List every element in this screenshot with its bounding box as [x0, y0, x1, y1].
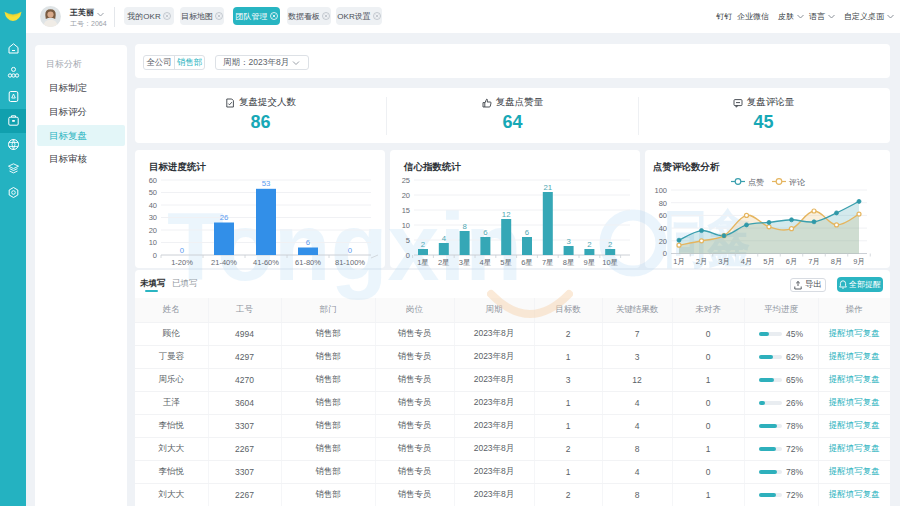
svg-text:8月: 8月	[831, 257, 843, 266]
svg-text:20: 20	[659, 237, 667, 246]
svg-text:60: 60	[659, 211, 667, 220]
svg-text:点赞: 点赞	[748, 178, 764, 187]
svg-text:100: 100	[654, 186, 667, 195]
svg-text:6星: 6星	[521, 258, 533, 267]
svg-text:4月: 4月	[741, 257, 753, 266]
svg-text:40: 40	[149, 201, 157, 210]
svg-text:6月: 6月	[786, 257, 798, 266]
svg-text:0: 0	[406, 251, 410, 260]
svg-text:15: 15	[402, 206, 410, 215]
svg-text:2月: 2月	[696, 257, 708, 266]
svg-text:53: 53	[262, 179, 271, 188]
svg-text:4星: 4星	[480, 258, 492, 267]
svg-text:12: 12	[502, 210, 511, 219]
svg-text:2: 2	[608, 240, 612, 249]
svg-text:10: 10	[402, 221, 410, 230]
svg-text:0: 0	[348, 246, 353, 255]
svg-text:2: 2	[587, 240, 591, 249]
svg-text:26: 26	[220, 213, 229, 222]
svg-text:0: 0	[663, 249, 667, 258]
svg-text:3星: 3星	[459, 258, 471, 267]
svg-text:8: 8	[462, 222, 466, 231]
svg-text:20: 20	[402, 191, 410, 200]
svg-text:6: 6	[483, 228, 487, 237]
svg-text:41-60%: 41-60%	[253, 258, 279, 267]
svg-text:5月: 5月	[763, 257, 775, 266]
svg-text:80: 80	[659, 199, 667, 208]
svg-text:10: 10	[149, 238, 157, 247]
svg-text:2星: 2星	[438, 258, 450, 267]
svg-text:7月: 7月	[808, 257, 820, 266]
svg-text:6: 6	[525, 228, 529, 237]
svg-text:7星: 7星	[542, 258, 554, 267]
svg-text:1月: 1月	[673, 257, 685, 266]
svg-text:8星: 8星	[563, 258, 575, 267]
svg-text:0: 0	[180, 246, 185, 255]
svg-text:5星: 5星	[500, 258, 512, 267]
svg-text:20: 20	[149, 226, 157, 235]
svg-text:21: 21	[543, 183, 552, 192]
svg-text:25: 25	[402, 176, 410, 185]
svg-text:2: 2	[421, 240, 425, 249]
svg-text:1星: 1星	[417, 258, 429, 267]
svg-text:4: 4	[442, 234, 447, 243]
svg-text:81-100%: 81-100%	[335, 258, 365, 267]
svg-text:3: 3	[566, 237, 570, 246]
svg-text:50: 50	[149, 188, 157, 197]
svg-text:6: 6	[306, 238, 310, 247]
svg-text:21-40%: 21-40%	[211, 258, 237, 267]
svg-text:0: 0	[153, 251, 157, 260]
svg-text:60: 60	[149, 176, 157, 185]
svg-text:30: 30	[149, 213, 157, 222]
svg-text:10星: 10星	[602, 258, 618, 267]
svg-text:9月: 9月	[853, 257, 865, 266]
svg-text:61-80%: 61-80%	[295, 258, 321, 267]
svg-text:3月: 3月	[718, 257, 730, 266]
svg-text:评论: 评论	[789, 178, 805, 187]
svg-text:1-20%: 1-20%	[171, 258, 193, 267]
svg-text:5: 5	[406, 236, 410, 245]
svg-text:40: 40	[659, 224, 667, 233]
svg-text:9星: 9星	[584, 258, 596, 267]
